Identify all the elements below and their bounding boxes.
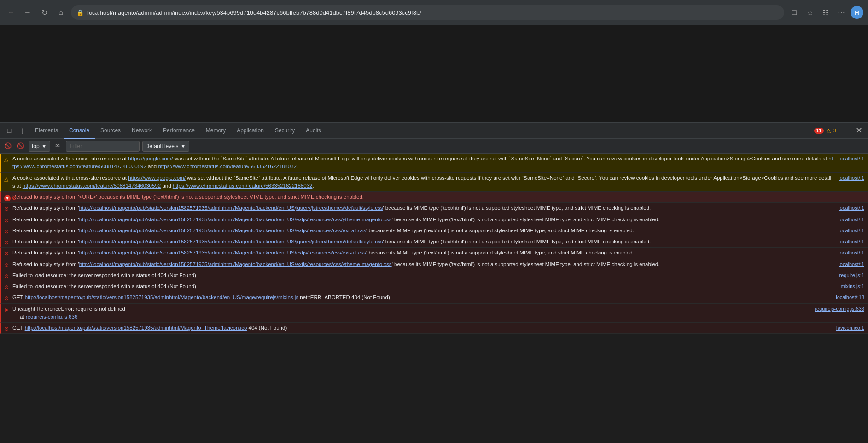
console-message-error-8: ⊘ Failed to load resource: the server re… xyxy=(0,281,868,292)
context-selector[interactable]: top ▼ xyxy=(29,141,50,152)
level-selector[interactable]: Default levels ▼ xyxy=(142,141,189,152)
browser-chrome: ← → ↻ ⌂ 🔒 localhost/magento/admin/admin/… xyxy=(0,0,868,25)
console-filter-button[interactable]: 🚫 xyxy=(16,141,26,151)
console-msg-content-e8: Failed to load resource: the server resp… xyxy=(12,283,835,290)
console-msg-content-1: A cookie associated with a cross-site re… xyxy=(12,155,864,171)
device-toolbar-button[interactable]: ⎱ xyxy=(17,125,28,136)
console-msg-content-highlight: Refused to apply style from '<URL>' beca… xyxy=(12,193,864,201)
back-button[interactable]: ← xyxy=(5,6,17,19)
console-output[interactable]: △ A cookie associated with a cross-site … xyxy=(0,154,868,443)
tab-elements[interactable]: Elements xyxy=(29,123,64,139)
link-chromestatus-1b[interactable]: https://www.chromestatus.com/feature/563… xyxy=(158,164,296,169)
favorites-icon[interactable]: ☆ xyxy=(804,6,816,19)
console-message-error-1: ⊘ Refused to apply style from 'http://lo… xyxy=(0,203,868,214)
console-message-error-4: ⊘ Refused to apply style from 'http://lo… xyxy=(0,236,868,248)
close-devtools-button[interactable]: ✕ xyxy=(854,125,864,136)
forward-button[interactable]: → xyxy=(21,6,34,19)
console-message-warn-2: △ A cookie associated with a cross-site … xyxy=(0,173,868,192)
tab-console[interactable]: Console xyxy=(64,123,95,139)
link-favicon[interactable]: http://localhost/magento/pub/static/vers… xyxy=(25,325,247,331)
source-e3[interactable]: localhost/:1 xyxy=(839,227,864,235)
browser-toolbar-right: □ ☆ ☷ ⋯ H xyxy=(788,6,863,19)
error-icon-9: ⊘ xyxy=(4,294,9,302)
source-e1[interactable]: localhost/:1 xyxy=(839,204,864,212)
address-bar[interactable]: 🔒 localhost/magento/admin/admin/index/in… xyxy=(71,5,784,20)
warn-icon: △ xyxy=(827,127,831,134)
source-e5[interactable]: localhost/:1 xyxy=(839,249,864,257)
console-message-error-9: ⊘ GET http://localhost/magento/pub/stati… xyxy=(0,292,868,303)
filter-input[interactable] xyxy=(66,141,140,152)
console-message-warn-1: △ A cookie associated with a cross-site … xyxy=(0,154,868,173)
inspect-element-button[interactable]: □ xyxy=(4,125,15,136)
console-msg-content-e11: GET http://localhost/magento/pub/static/… xyxy=(12,324,831,332)
devtools-tab-bar: □ ⎱ Elements Console Sources Network Per… xyxy=(0,123,868,139)
console-msg-content-2: A cookie associated with a cross-site re… xyxy=(12,174,864,190)
tab-sources[interactable]: Sources xyxy=(95,123,126,139)
error-icon-3: ⊘ xyxy=(4,227,9,236)
settings-icon[interactable]: ⋯ xyxy=(835,6,848,19)
warn-count-badge: 3 xyxy=(833,128,836,133)
link-style-5[interactable]: http://localhost/magento/pub/static/vers… xyxy=(79,250,366,255)
error-count-badge: 11 xyxy=(814,128,824,134)
more-options-button[interactable]: ⋮ xyxy=(839,125,851,136)
error-icon-10: ► xyxy=(4,306,10,314)
link-style-1[interactable]: http://localhost/magento/pub/static/vers… xyxy=(79,205,383,211)
source-e11[interactable]: favicon.ico:1 xyxy=(836,324,864,332)
console-msg-content-e4: Refused to apply style from 'http://loca… xyxy=(12,238,833,246)
console-message-error-7: ⊘ Failed to load resource: the server re… xyxy=(0,270,868,281)
source-e2[interactable]: localhost/:1 xyxy=(839,216,864,224)
source-e7[interactable]: require.js:1 xyxy=(839,272,864,279)
link-google-1[interactable]: https://google.com/ xyxy=(128,156,173,161)
level-label: Default levels xyxy=(146,143,179,149)
error-icon-5: ⊘ xyxy=(4,249,9,258)
link-chromestatus-2b[interactable]: https://www.chromestat us.com/feature/56… xyxy=(173,183,313,189)
link-style-3[interactable]: http://localhost/magento/pub/static/vers… xyxy=(79,228,366,233)
error-icon-1: ⊘ xyxy=(4,205,9,213)
source-e9[interactable]: localhost/:18 xyxy=(836,294,864,301)
tab-performance[interactable]: Performance xyxy=(157,123,200,139)
console-msg-content-e10: Uncaught ReferenceError: require is not … xyxy=(12,305,809,321)
console-msg-content-e9: GET http://localhost/magento/pub/static/… xyxy=(12,294,830,301)
error-icon-highlight: ▼ ⊘ xyxy=(4,194,17,202)
tab-security[interactable]: Security xyxy=(269,123,300,139)
console-clear-button[interactable]: 🚫 xyxy=(3,141,13,151)
link-google-2[interactable]: https://www.google.com/ xyxy=(128,175,186,181)
link-style-2[interactable]: http://localhost/magento/pub/static/vers… xyxy=(79,217,392,222)
source-1[interactable]: localhost/:1 xyxy=(839,155,864,163)
tab-audits[interactable]: Audits xyxy=(300,123,326,139)
devtools-right-controls: 11 △ 3 ⋮ ✕ xyxy=(814,125,864,136)
security-icon: 🔒 xyxy=(76,9,84,16)
console-message-error-10: ► Uncaught ReferenceError: require is no… xyxy=(0,304,868,323)
eye-button[interactable]: 👁 xyxy=(53,141,63,151)
link-requirejs-config[interactable]: requirejs-config.js:636 xyxy=(26,314,78,319)
source-e6[interactable]: localhost/:1 xyxy=(839,260,864,268)
home-button[interactable]: ⌂ xyxy=(54,6,67,19)
link-mixins[interactable]: http://localhost/magento/pub/static/vers… xyxy=(25,295,299,300)
reload-button[interactable]: ↻ xyxy=(38,6,51,19)
devtools-left-icons: □ ⎱ xyxy=(4,125,28,136)
error-icon-4: ⊘ xyxy=(4,238,9,247)
tab-application[interactable]: Application xyxy=(231,123,269,139)
console-message-error-2: ⊘ Refused to apply style from 'http://lo… xyxy=(0,214,868,225)
extensions-icon[interactable]: □ xyxy=(788,6,801,19)
tab-network[interactable]: Network xyxy=(126,123,157,139)
profile-avatar[interactable]: H xyxy=(851,6,863,19)
source-e10[interactable]: requirejs-config.js:636 xyxy=(815,305,864,313)
console-msg-content-e2: Refused to apply style from 'http://loca… xyxy=(12,216,833,224)
link-style-4[interactable]: http://localhost/magento/pub/static/vers… xyxy=(79,239,383,244)
source-e4[interactable]: localhost/:1 xyxy=(839,238,864,246)
console-message-error-5: ⊘ Refused to apply style from 'http://lo… xyxy=(0,248,868,259)
console-msg-content-e3: Refused to apply style from 'http://loca… xyxy=(12,227,833,235)
console-message-error-11: ⊘ GET http://localhost/magento/pub/stati… xyxy=(0,323,868,334)
source-e8[interactable]: mixins.js:1 xyxy=(841,283,864,290)
tab-memory[interactable]: Memory xyxy=(200,123,231,139)
collections-icon[interactable]: ☷ xyxy=(819,6,832,19)
warn-icon-2: △ xyxy=(4,175,8,183)
link-chromestatus-2a[interactable]: https://www.chromestatus.com/feature/508… xyxy=(23,183,161,189)
devtools-panel: □ ⎱ Elements Console Sources Network Per… xyxy=(0,122,868,443)
error-icon-2: ⊘ xyxy=(4,216,9,224)
source-2[interactable]: localhost/:1 xyxy=(839,174,864,182)
error-icon-6: ⊘ xyxy=(4,261,9,269)
error-icon-7: ⊘ xyxy=(4,272,9,280)
link-style-6[interactable]: http://localhost/magento/pub/static/vers… xyxy=(79,261,392,267)
